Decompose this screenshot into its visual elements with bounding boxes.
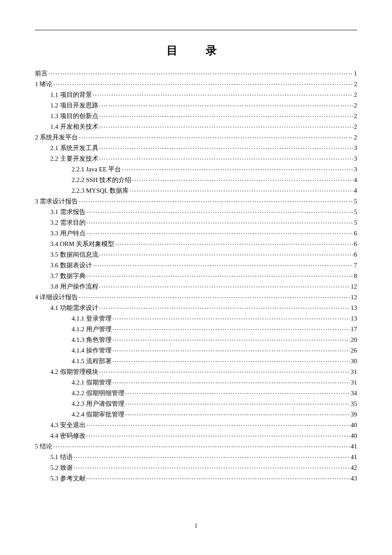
- toc-leader-dots: [79, 293, 350, 299]
- toc-entry-page: 6: [354, 230, 357, 237]
- toc-leader-dots: [99, 122, 353, 129]
- toc-entry-page: 4: [354, 177, 357, 183]
- toc-leader-dots: [86, 229, 353, 235]
- toc-entry-label: 4.1.2 用户管理: [72, 326, 112, 332]
- toc-entry-page: 7: [354, 262, 357, 269]
- toc-entry-page: 40: [351, 433, 357, 439]
- toc-entry-label: 4.4 密码修改: [50, 433, 86, 439]
- toc-entry: 2.2.3 MYSQL 数据库4: [35, 185, 357, 195]
- toc-leader-dots: [112, 314, 350, 321]
- toc-entry-label: 4.1.4 操作管理: [72, 347, 112, 354]
- toc-leader-dots: [130, 186, 353, 193]
- toc-leader-dots: [53, 80, 353, 86]
- toc-entry: 3.2 需求目的5: [35, 217, 357, 227]
- toc-entry: 4.1 功能需求设计13: [35, 302, 357, 312]
- toc-entry: 4.4 密码修改40: [35, 430, 357, 440]
- toc-entry-page: 40: [351, 422, 357, 428]
- toc-entry-label: 3.6 数据表设计: [50, 262, 92, 269]
- toc-entry-page: 41: [351, 443, 357, 450]
- toc-entry: 4.2.1 假期管理31: [35, 376, 357, 387]
- toc-entry-label: 5.3 参考文献: [50, 475, 86, 482]
- toc-entry-label: 1.1 项目的背景: [50, 92, 92, 98]
- toc-entry-label: 3.1 需求报告: [50, 209, 86, 215]
- toc-leader-dots: [99, 112, 353, 118]
- toc-leader-dots: [86, 421, 350, 427]
- toc-entry: 3.5 数据间信息流6: [35, 249, 357, 259]
- toc-entry-page: 3: [354, 156, 357, 162]
- toc-entry: 3.8 用户操作流程12: [35, 280, 357, 291]
- toc-entry: 2.1 系统开发工具3: [35, 142, 357, 153]
- toc-entry: 5.2 致谢42: [35, 462, 357, 472]
- toc-entry: 4.2.3 用户请假管理35: [35, 398, 357, 408]
- toc-entry: 2.2 主要开发技术3: [35, 153, 357, 163]
- toc-leader-dots: [125, 410, 350, 416]
- toc-entry-label: 2.2.1 Java EE 平台: [72, 166, 121, 173]
- toc-entry-page: 6: [354, 241, 357, 247]
- toc-leader-dots: [93, 261, 353, 267]
- toc-entry: 1.2 项目开发思路2: [35, 99, 357, 110]
- toc-entry: 3.7 数据字典8: [35, 270, 357, 280]
- toc-entry-page: 12: [351, 294, 357, 301]
- toc-entry-page: 26: [351, 347, 357, 354]
- toc-entry-label: 4.1 功能需求设计: [50, 305, 98, 311]
- toc-entry-label: 2 系统开发平台: [35, 134, 78, 141]
- toc-entry-label: 4.2 假期管理模块: [50, 369, 98, 375]
- toc-entry-label: 1.2 项目开发思路: [50, 102, 98, 109]
- page-number: 1: [0, 523, 392, 529]
- toc-entry: 4 详细设计报告12: [35, 291, 357, 302]
- toc-entry-label: 1.3 项目的创新点: [50, 113, 98, 119]
- toc-entry-label: 3 需求设计报告: [35, 198, 78, 205]
- toc-entry: 4.1.4 操作管理26: [35, 344, 357, 355]
- toc-entry-label: 1 绪论: [35, 81, 52, 87]
- toc-entry-page: 4: [354, 188, 357, 194]
- toc-entry: 4.2.4 假期审批管理39: [35, 408, 357, 419]
- toc-entry-page: 13: [351, 305, 357, 311]
- toc-entry-label: 2.1 系统开发工具: [50, 145, 98, 151]
- toc-entry: 4.1.5 流程部署30: [35, 355, 357, 366]
- toc-title: 目 录: [35, 43, 357, 58]
- toc-entry-page: 35: [351, 401, 357, 407]
- toc-entry-page: 3: [354, 145, 357, 151]
- toc-entry-label: 4.2.4 假期审批管理: [72, 411, 124, 418]
- toc-entry: 4.2 假期管理模块31: [35, 366, 357, 376]
- toc-entry-page: 3: [354, 166, 357, 173]
- toc-entry: 5.1 结语41: [35, 451, 357, 462]
- toc-entry: 4.1.2 用户管理17: [35, 323, 357, 334]
- toc-entry: 前言1: [35, 67, 357, 78]
- toc-entry-page: 30: [351, 358, 357, 364]
- toc-entry: 4.1.3 角色管理20: [35, 334, 357, 344]
- toc-entry-label: 3.4 ORM 关系对象模型: [50, 241, 114, 247]
- toc-entry-label: 3.7 数据字典: [50, 273, 86, 279]
- toc-entry-label: 3.8 用户操作流程: [50, 283, 98, 290]
- toc-entry-page: 41: [351, 454, 357, 460]
- toc-entry-page: 5: [354, 198, 357, 205]
- toc-entry: 5.3 参考文献43: [35, 472, 357, 483]
- toc-leader-dots: [132, 176, 353, 182]
- toc-entry-page: 8: [354, 273, 357, 279]
- toc-leader-dots: [93, 90, 353, 97]
- toc-entry: 5 结论41: [35, 440, 357, 451]
- toc-entry-label: 4.1.1 登录管理: [72, 315, 112, 322]
- toc-entry-page: 42: [351, 465, 357, 471]
- toc-leader-dots: [99, 144, 353, 150]
- toc-entry-page: 2: [354, 124, 357, 130]
- toc-entry-label: 前言: [35, 70, 48, 77]
- toc-entry: 4.1.1 登录管理13: [35, 312, 357, 323]
- toc-entry: 3.4 ORM 关系对象模型6: [35, 238, 357, 249]
- toc-entry: 3 需求设计报告5: [35, 195, 357, 206]
- toc-entry: 2.2.2 SSH 技术的介绍4: [35, 174, 357, 185]
- toc-leader-dots: [99, 367, 350, 374]
- toc-leader-dots: [112, 335, 350, 342]
- toc-leader-dots: [115, 240, 353, 246]
- toc-entry-label: 5.2 致谢: [50, 465, 73, 471]
- toc-leader-dots: [79, 197, 353, 203]
- toc-leader-dots: [86, 272, 353, 278]
- toc-entry: 1 绪论2: [35, 78, 357, 89]
- toc-entry-page: 43: [351, 475, 357, 482]
- toc-entry-label: 4.2.2 假期明细管理: [72, 390, 124, 396]
- toc-entry-label: 4.3 安全退出: [50, 422, 86, 428]
- toc-entry-label: 3.5 数据间信息流: [50, 251, 98, 258]
- toc-entry-page: 12: [351, 283, 357, 290]
- toc-entry-label: 3.3 用户特点: [50, 230, 86, 237]
- toc-leader-dots: [99, 101, 353, 107]
